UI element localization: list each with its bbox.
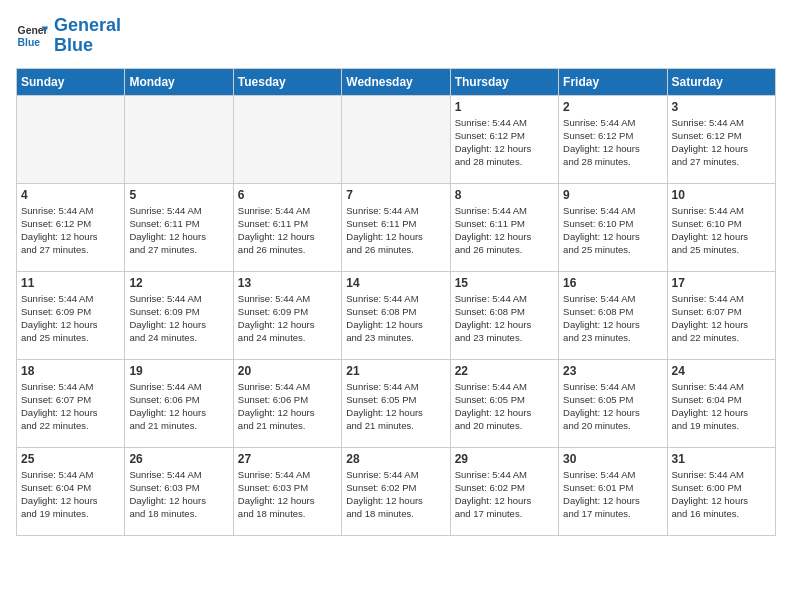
day-cell: 11Sunrise: 5:44 AM Sunset: 6:09 PM Dayli…	[17, 271, 125, 359]
day-info: Sunrise: 5:44 AM Sunset: 6:05 PM Dayligh…	[455, 380, 554, 433]
day-number: 27	[238, 452, 337, 466]
day-info: Sunrise: 5:44 AM Sunset: 6:00 PM Dayligh…	[672, 468, 771, 521]
day-info: Sunrise: 5:44 AM Sunset: 6:07 PM Dayligh…	[672, 292, 771, 345]
day-info: Sunrise: 5:44 AM Sunset: 6:12 PM Dayligh…	[21, 204, 120, 257]
day-number: 2	[563, 100, 662, 114]
day-cell: 10Sunrise: 5:44 AM Sunset: 6:10 PM Dayli…	[667, 183, 775, 271]
day-number: 26	[129, 452, 228, 466]
day-info: Sunrise: 5:44 AM Sunset: 6:04 PM Dayligh…	[672, 380, 771, 433]
day-info: Sunrise: 5:44 AM Sunset: 6:10 PM Dayligh…	[672, 204, 771, 257]
day-number: 15	[455, 276, 554, 290]
day-cell: 22Sunrise: 5:44 AM Sunset: 6:05 PM Dayli…	[450, 359, 558, 447]
day-number: 9	[563, 188, 662, 202]
day-cell	[233, 95, 341, 183]
weekday-header-thursday: Thursday	[450, 68, 558, 95]
logo-text: GeneralBlue	[54, 16, 121, 56]
day-cell: 30Sunrise: 5:44 AM Sunset: 6:01 PM Dayli…	[559, 447, 667, 535]
day-info: Sunrise: 5:44 AM Sunset: 6:12 PM Dayligh…	[563, 116, 662, 169]
day-cell: 13Sunrise: 5:44 AM Sunset: 6:09 PM Dayli…	[233, 271, 341, 359]
svg-text:Blue: Blue	[18, 36, 41, 47]
day-number: 6	[238, 188, 337, 202]
day-cell	[125, 95, 233, 183]
day-number: 28	[346, 452, 445, 466]
day-info: Sunrise: 5:44 AM Sunset: 6:01 PM Dayligh…	[563, 468, 662, 521]
day-number: 17	[672, 276, 771, 290]
week-row-4: 18Sunrise: 5:44 AM Sunset: 6:07 PM Dayli…	[17, 359, 776, 447]
day-number: 10	[672, 188, 771, 202]
day-info: Sunrise: 5:44 AM Sunset: 6:08 PM Dayligh…	[455, 292, 554, 345]
day-cell: 23Sunrise: 5:44 AM Sunset: 6:05 PM Dayli…	[559, 359, 667, 447]
day-number: 23	[563, 364, 662, 378]
week-row-5: 25Sunrise: 5:44 AM Sunset: 6:04 PM Dayli…	[17, 447, 776, 535]
day-info: Sunrise: 5:44 AM Sunset: 6:03 PM Dayligh…	[238, 468, 337, 521]
day-info: Sunrise: 5:44 AM Sunset: 6:06 PM Dayligh…	[238, 380, 337, 433]
week-row-2: 4Sunrise: 5:44 AM Sunset: 6:12 PM Daylig…	[17, 183, 776, 271]
day-info: Sunrise: 5:44 AM Sunset: 6:11 PM Dayligh…	[455, 204, 554, 257]
day-number: 20	[238, 364, 337, 378]
day-cell: 4Sunrise: 5:44 AM Sunset: 6:12 PM Daylig…	[17, 183, 125, 271]
day-cell: 9Sunrise: 5:44 AM Sunset: 6:10 PM Daylig…	[559, 183, 667, 271]
day-number: 14	[346, 276, 445, 290]
day-info: Sunrise: 5:44 AM Sunset: 6:09 PM Dayligh…	[21, 292, 120, 345]
day-info: Sunrise: 5:44 AM Sunset: 6:05 PM Dayligh…	[346, 380, 445, 433]
weekday-header-tuesday: Tuesday	[233, 68, 341, 95]
day-number: 11	[21, 276, 120, 290]
day-info: Sunrise: 5:44 AM Sunset: 6:11 PM Dayligh…	[129, 204, 228, 257]
day-cell: 20Sunrise: 5:44 AM Sunset: 6:06 PM Dayli…	[233, 359, 341, 447]
day-info: Sunrise: 5:44 AM Sunset: 6:05 PM Dayligh…	[563, 380, 662, 433]
day-cell: 14Sunrise: 5:44 AM Sunset: 6:08 PM Dayli…	[342, 271, 450, 359]
day-info: Sunrise: 5:44 AM Sunset: 6:12 PM Dayligh…	[672, 116, 771, 169]
day-cell: 28Sunrise: 5:44 AM Sunset: 6:02 PM Dayli…	[342, 447, 450, 535]
week-row-3: 11Sunrise: 5:44 AM Sunset: 6:09 PM Dayli…	[17, 271, 776, 359]
calendar-table: SundayMondayTuesdayWednesdayThursdayFrid…	[16, 68, 776, 536]
day-number: 30	[563, 452, 662, 466]
day-cell: 12Sunrise: 5:44 AM Sunset: 6:09 PM Dayli…	[125, 271, 233, 359]
weekday-header-sunday: Sunday	[17, 68, 125, 95]
day-number: 31	[672, 452, 771, 466]
day-cell: 21Sunrise: 5:44 AM Sunset: 6:05 PM Dayli…	[342, 359, 450, 447]
day-info: Sunrise: 5:44 AM Sunset: 6:08 PM Dayligh…	[346, 292, 445, 345]
day-cell: 5Sunrise: 5:44 AM Sunset: 6:11 PM Daylig…	[125, 183, 233, 271]
day-number: 7	[346, 188, 445, 202]
day-cell: 26Sunrise: 5:44 AM Sunset: 6:03 PM Dayli…	[125, 447, 233, 535]
day-cell: 18Sunrise: 5:44 AM Sunset: 6:07 PM Dayli…	[17, 359, 125, 447]
day-number: 25	[21, 452, 120, 466]
day-cell: 29Sunrise: 5:44 AM Sunset: 6:02 PM Dayli…	[450, 447, 558, 535]
header: General Blue GeneralBlue	[16, 16, 776, 56]
day-cell: 8Sunrise: 5:44 AM Sunset: 6:11 PM Daylig…	[450, 183, 558, 271]
day-number: 18	[21, 364, 120, 378]
day-cell: 15Sunrise: 5:44 AM Sunset: 6:08 PM Dayli…	[450, 271, 558, 359]
day-info: Sunrise: 5:44 AM Sunset: 6:07 PM Dayligh…	[21, 380, 120, 433]
day-cell: 16Sunrise: 5:44 AM Sunset: 6:08 PM Dayli…	[559, 271, 667, 359]
weekday-header-wednesday: Wednesday	[342, 68, 450, 95]
day-info: Sunrise: 5:44 AM Sunset: 6:04 PM Dayligh…	[21, 468, 120, 521]
day-cell: 1Sunrise: 5:44 AM Sunset: 6:12 PM Daylig…	[450, 95, 558, 183]
day-number: 16	[563, 276, 662, 290]
day-info: Sunrise: 5:44 AM Sunset: 6:11 PM Dayligh…	[238, 204, 337, 257]
day-cell: 24Sunrise: 5:44 AM Sunset: 6:04 PM Dayli…	[667, 359, 775, 447]
day-number: 22	[455, 364, 554, 378]
day-info: Sunrise: 5:44 AM Sunset: 6:10 PM Dayligh…	[563, 204, 662, 257]
day-cell: 7Sunrise: 5:44 AM Sunset: 6:11 PM Daylig…	[342, 183, 450, 271]
logo: General Blue GeneralBlue	[16, 16, 121, 56]
day-cell: 3Sunrise: 5:44 AM Sunset: 6:12 PM Daylig…	[667, 95, 775, 183]
day-number: 8	[455, 188, 554, 202]
day-cell	[342, 95, 450, 183]
day-info: Sunrise: 5:44 AM Sunset: 6:06 PM Dayligh…	[129, 380, 228, 433]
day-number: 13	[238, 276, 337, 290]
day-number: 3	[672, 100, 771, 114]
week-row-1: 1Sunrise: 5:44 AM Sunset: 6:12 PM Daylig…	[17, 95, 776, 183]
day-cell: 25Sunrise: 5:44 AM Sunset: 6:04 PM Dayli…	[17, 447, 125, 535]
weekday-header-saturday: Saturday	[667, 68, 775, 95]
day-info: Sunrise: 5:44 AM Sunset: 6:11 PM Dayligh…	[346, 204, 445, 257]
day-number: 4	[21, 188, 120, 202]
day-cell	[17, 95, 125, 183]
weekday-header-monday: Monday	[125, 68, 233, 95]
logo-icon: General Blue	[16, 20, 48, 52]
day-number: 21	[346, 364, 445, 378]
day-cell: 17Sunrise: 5:44 AM Sunset: 6:07 PM Dayli…	[667, 271, 775, 359]
day-info: Sunrise: 5:44 AM Sunset: 6:09 PM Dayligh…	[238, 292, 337, 345]
day-number: 19	[129, 364, 228, 378]
day-cell: 6Sunrise: 5:44 AM Sunset: 6:11 PM Daylig…	[233, 183, 341, 271]
day-number: 24	[672, 364, 771, 378]
